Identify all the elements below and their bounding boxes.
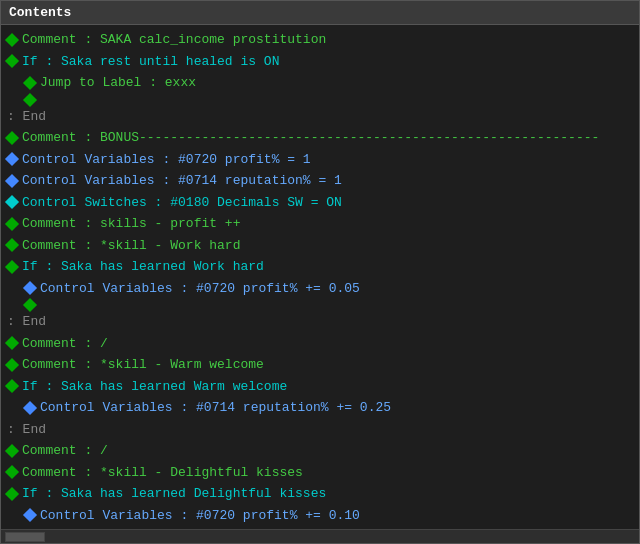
line-text: Comment : SAKA calc_income prostitution (22, 30, 326, 50)
list-item[interactable]: Control Variables : #0720 profit% = 1 (3, 149, 637, 171)
line-text: Comment : skills - profit ++ (22, 214, 240, 234)
line-text: Comment : *skill - Warm welcome (22, 355, 264, 375)
list-item[interactable]: : End (3, 311, 637, 333)
list-item[interactable] (3, 299, 637, 311)
diamond-icon (23, 508, 37, 522)
diamond-icon (5, 358, 19, 372)
line-text: Comment : / (22, 334, 108, 354)
diamond-icon (23, 298, 37, 312)
diamond-icon (5, 336, 19, 350)
list-item[interactable]: Comment : SAKA calc_income prostitution (3, 29, 637, 51)
list-item[interactable]: Control Variables : #0720 profit% += 0.1… (3, 505, 637, 527)
diamond-icon (5, 238, 19, 252)
diamond-icon (23, 92, 37, 106)
line-text: If : Saka has learned Warm welcome (22, 377, 287, 397)
scrollbar-thumb[interactable] (5, 532, 45, 542)
list-item[interactable]: : End (3, 106, 637, 128)
list-item[interactable]: Comment : *skill - Warm welcome (3, 354, 637, 376)
diamond-icon (5, 152, 19, 166)
line-text: : End (7, 107, 46, 127)
diamond-icon (23, 401, 37, 415)
list-item[interactable]: Comment : skills - profit ++ (3, 213, 637, 235)
list-item[interactable]: Comment : *skill - Delightful kisses (3, 462, 637, 484)
list-item[interactable]: If : Saka has learned Delightful kisses (3, 483, 637, 505)
line-text: Control Variables : #0714 reputation% +=… (40, 398, 391, 418)
list-item[interactable]: If : Saka has learned Warm welcome (3, 376, 637, 398)
diamond-icon (5, 465, 19, 479)
line-text: Comment : *skill - Delightful kisses (22, 463, 303, 483)
horizontal-scrollbar[interactable] (1, 529, 639, 543)
list-item[interactable]: : End (3, 419, 637, 441)
diamond-icon (23, 281, 37, 295)
diamond-icon (5, 195, 19, 209)
list-item[interactable] (3, 94, 637, 106)
line-text: Comment : BONUS-------------------------… (22, 128, 599, 148)
list-item[interactable]: Control Switches : #0180 Decimals SW = O… (3, 192, 637, 214)
list-item[interactable]: Control Variables : #0720 profit% += 0.0… (3, 278, 637, 300)
line-text: : End (7, 312, 46, 332)
list-item[interactable]: Comment : *skill - Work hard (3, 235, 637, 257)
line-text: If : Saka has learned Delightful kisses (22, 484, 326, 504)
line-text: Comment : / (22, 441, 108, 461)
list-item[interactable]: Comment : BONUS-------------------------… (3, 127, 637, 149)
list-item[interactable]: Comment : / (3, 440, 637, 462)
line-text: If : Saka has learned Work hard (22, 257, 264, 277)
diamond-icon (5, 444, 19, 458)
list-item[interactable]: If : Saka has learned Work hard (3, 256, 637, 278)
diamond-icon (23, 76, 37, 90)
diamond-icon (5, 54, 19, 68)
window-title: Contents (9, 5, 71, 20)
list-item[interactable]: If : Saka rest until healed is ON (3, 51, 637, 73)
line-text: Control Switches : #0180 Decimals SW = O… (22, 193, 342, 213)
line-text: If : Saka rest until healed is ON (22, 52, 279, 72)
line-text: Control Variables : #0714 reputation% = … (22, 171, 342, 191)
diamond-icon (5, 379, 19, 393)
list-item[interactable]: Control Variables : #0714 reputation% +=… (3, 397, 637, 419)
diamond-icon (5, 217, 19, 231)
content-area[interactable]: Comment : SAKA calc_income prostitutionI… (1, 25, 639, 529)
contents-window: Contents Comment : SAKA calc_income pros… (0, 0, 640, 544)
line-text: Control Variables : #0720 profit% += 0.1… (40, 506, 360, 526)
line-text: Jump to Label : exxx (40, 73, 196, 93)
line-text: Control Variables : #0720 profit% += 0.0… (40, 279, 360, 299)
diamond-icon (5, 174, 19, 188)
line-text: Comment : *skill - Work hard (22, 236, 240, 256)
line-text: : End (7, 420, 46, 440)
diamond-icon (5, 487, 19, 501)
diamond-icon (5, 33, 19, 47)
line-text: Control Variables : #0720 profit% = 1 (22, 150, 311, 170)
diamond-icon (5, 260, 19, 274)
diamond-icon (5, 131, 19, 145)
list-item[interactable]: Control Variables : #0714 reputation% = … (3, 170, 637, 192)
list-item[interactable]: Comment : / (3, 333, 637, 355)
title-bar: Contents (1, 1, 639, 25)
list-item[interactable]: Jump to Label : exxx (3, 72, 637, 94)
